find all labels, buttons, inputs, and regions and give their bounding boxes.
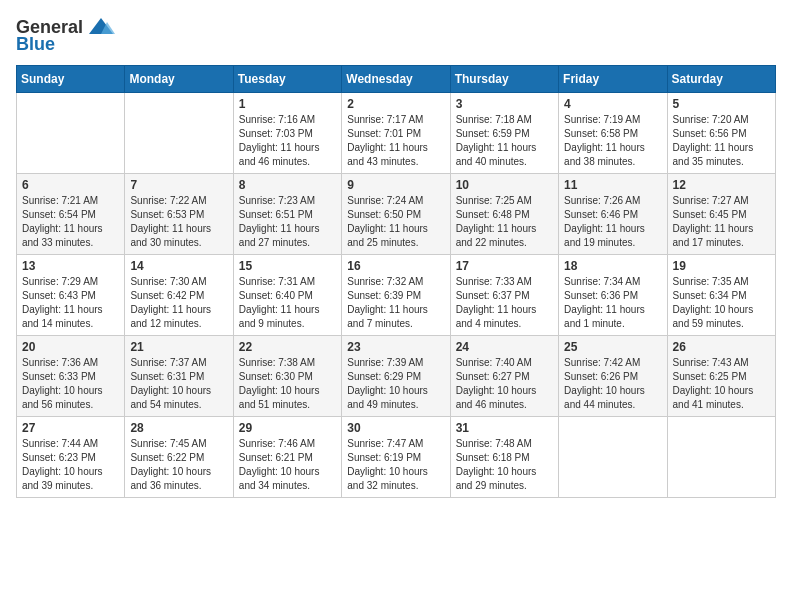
calendar-cell: 26Sunrise: 7:43 AM Sunset: 6:25 PM Dayli…: [667, 336, 775, 417]
day-info: Sunrise: 7:20 AM Sunset: 6:56 PM Dayligh…: [673, 113, 770, 169]
day-info: Sunrise: 7:25 AM Sunset: 6:48 PM Dayligh…: [456, 194, 553, 250]
day-info: Sunrise: 7:22 AM Sunset: 6:53 PM Dayligh…: [130, 194, 227, 250]
calendar-cell: 19Sunrise: 7:35 AM Sunset: 6:34 PM Dayli…: [667, 255, 775, 336]
day-info: Sunrise: 7:35 AM Sunset: 6:34 PM Dayligh…: [673, 275, 770, 331]
calendar-cell: 23Sunrise: 7:39 AM Sunset: 6:29 PM Dayli…: [342, 336, 450, 417]
calendar-cell: 24Sunrise: 7:40 AM Sunset: 6:27 PM Dayli…: [450, 336, 558, 417]
calendar-cell: 30Sunrise: 7:47 AM Sunset: 6:19 PM Dayli…: [342, 417, 450, 498]
calendar-cell: 29Sunrise: 7:46 AM Sunset: 6:21 PM Dayli…: [233, 417, 341, 498]
day-number: 4: [564, 97, 661, 111]
day-info: Sunrise: 7:30 AM Sunset: 6:42 PM Dayligh…: [130, 275, 227, 331]
day-info: Sunrise: 7:48 AM Sunset: 6:18 PM Dayligh…: [456, 437, 553, 493]
day-number: 11: [564, 178, 661, 192]
day-number: 5: [673, 97, 770, 111]
day-info: Sunrise: 7:23 AM Sunset: 6:51 PM Dayligh…: [239, 194, 336, 250]
header-thursday: Thursday: [450, 66, 558, 93]
day-info: Sunrise: 7:37 AM Sunset: 6:31 PM Dayligh…: [130, 356, 227, 412]
day-number: 29: [239, 421, 336, 435]
day-number: 6: [22, 178, 119, 192]
calendar-cell: [17, 93, 125, 174]
logo: General Blue: [16, 16, 115, 55]
day-info: Sunrise: 7:43 AM Sunset: 6:25 PM Dayligh…: [673, 356, 770, 412]
day-number: 13: [22, 259, 119, 273]
day-info: Sunrise: 7:26 AM Sunset: 6:46 PM Dayligh…: [564, 194, 661, 250]
day-number: 9: [347, 178, 444, 192]
calendar-cell: 4Sunrise: 7:19 AM Sunset: 6:58 PM Daylig…: [559, 93, 667, 174]
day-number: 1: [239, 97, 336, 111]
day-info: Sunrise: 7:21 AM Sunset: 6:54 PM Dayligh…: [22, 194, 119, 250]
calendar-cell: 1Sunrise: 7:16 AM Sunset: 7:03 PM Daylig…: [233, 93, 341, 174]
day-number: 22: [239, 340, 336, 354]
day-info: Sunrise: 7:36 AM Sunset: 6:33 PM Dayligh…: [22, 356, 119, 412]
day-info: Sunrise: 7:19 AM Sunset: 6:58 PM Dayligh…: [564, 113, 661, 169]
day-number: 31: [456, 421, 553, 435]
calendar-cell: 12Sunrise: 7:27 AM Sunset: 6:45 PM Dayli…: [667, 174, 775, 255]
calendar-cell: 25Sunrise: 7:42 AM Sunset: 6:26 PM Dayli…: [559, 336, 667, 417]
logo-blue-text: Blue: [16, 34, 55, 55]
header-tuesday: Tuesday: [233, 66, 341, 93]
week-row-1: 6Sunrise: 7:21 AM Sunset: 6:54 PM Daylig…: [17, 174, 776, 255]
calendar-cell: [559, 417, 667, 498]
day-info: Sunrise: 7:42 AM Sunset: 6:26 PM Dayligh…: [564, 356, 661, 412]
header-monday: Monday: [125, 66, 233, 93]
day-info: Sunrise: 7:31 AM Sunset: 6:40 PM Dayligh…: [239, 275, 336, 331]
week-row-3: 20Sunrise: 7:36 AM Sunset: 6:33 PM Dayli…: [17, 336, 776, 417]
calendar-cell: 6Sunrise: 7:21 AM Sunset: 6:54 PM Daylig…: [17, 174, 125, 255]
day-number: 15: [239, 259, 336, 273]
calendar-header-row: SundayMondayTuesdayWednesdayThursdayFrid…: [17, 66, 776, 93]
calendar-cell: 15Sunrise: 7:31 AM Sunset: 6:40 PM Dayli…: [233, 255, 341, 336]
calendar-cell: 18Sunrise: 7:34 AM Sunset: 6:36 PM Dayli…: [559, 255, 667, 336]
day-info: Sunrise: 7:47 AM Sunset: 6:19 PM Dayligh…: [347, 437, 444, 493]
calendar-cell: 2Sunrise: 7:17 AM Sunset: 7:01 PM Daylig…: [342, 93, 450, 174]
day-number: 23: [347, 340, 444, 354]
day-number: 19: [673, 259, 770, 273]
day-number: 26: [673, 340, 770, 354]
calendar-table: SundayMondayTuesdayWednesdayThursdayFrid…: [16, 65, 776, 498]
calendar-cell: [667, 417, 775, 498]
calendar-cell: 9Sunrise: 7:24 AM Sunset: 6:50 PM Daylig…: [342, 174, 450, 255]
calendar-cell: 3Sunrise: 7:18 AM Sunset: 6:59 PM Daylig…: [450, 93, 558, 174]
calendar-cell: 17Sunrise: 7:33 AM Sunset: 6:37 PM Dayli…: [450, 255, 558, 336]
header-sunday: Sunday: [17, 66, 125, 93]
day-number: 7: [130, 178, 227, 192]
calendar-cell: 13Sunrise: 7:29 AM Sunset: 6:43 PM Dayli…: [17, 255, 125, 336]
calendar-cell: 11Sunrise: 7:26 AM Sunset: 6:46 PM Dayli…: [559, 174, 667, 255]
day-number: 10: [456, 178, 553, 192]
day-number: 2: [347, 97, 444, 111]
day-info: Sunrise: 7:44 AM Sunset: 6:23 PM Dayligh…: [22, 437, 119, 493]
day-info: Sunrise: 7:46 AM Sunset: 6:21 PM Dayligh…: [239, 437, 336, 493]
week-row-0: 1Sunrise: 7:16 AM Sunset: 7:03 PM Daylig…: [17, 93, 776, 174]
calendar-cell: 8Sunrise: 7:23 AM Sunset: 6:51 PM Daylig…: [233, 174, 341, 255]
day-info: Sunrise: 7:24 AM Sunset: 6:50 PM Dayligh…: [347, 194, 444, 250]
day-info: Sunrise: 7:39 AM Sunset: 6:29 PM Dayligh…: [347, 356, 444, 412]
day-info: Sunrise: 7:18 AM Sunset: 6:59 PM Dayligh…: [456, 113, 553, 169]
day-info: Sunrise: 7:27 AM Sunset: 6:45 PM Dayligh…: [673, 194, 770, 250]
calendar-cell: [125, 93, 233, 174]
day-number: 30: [347, 421, 444, 435]
week-row-2: 13Sunrise: 7:29 AM Sunset: 6:43 PM Dayli…: [17, 255, 776, 336]
calendar-cell: 28Sunrise: 7:45 AM Sunset: 6:22 PM Dayli…: [125, 417, 233, 498]
day-number: 17: [456, 259, 553, 273]
day-info: Sunrise: 7:16 AM Sunset: 7:03 PM Dayligh…: [239, 113, 336, 169]
header-wednesday: Wednesday: [342, 66, 450, 93]
day-info: Sunrise: 7:32 AM Sunset: 6:39 PM Dayligh…: [347, 275, 444, 331]
calendar-cell: 22Sunrise: 7:38 AM Sunset: 6:30 PM Dayli…: [233, 336, 341, 417]
calendar-cell: 7Sunrise: 7:22 AM Sunset: 6:53 PM Daylig…: [125, 174, 233, 255]
calendar-cell: 5Sunrise: 7:20 AM Sunset: 6:56 PM Daylig…: [667, 93, 775, 174]
week-row-4: 27Sunrise: 7:44 AM Sunset: 6:23 PM Dayli…: [17, 417, 776, 498]
day-number: 20: [22, 340, 119, 354]
calendar-cell: 21Sunrise: 7:37 AM Sunset: 6:31 PM Dayli…: [125, 336, 233, 417]
day-number: 27: [22, 421, 119, 435]
calendar-cell: 31Sunrise: 7:48 AM Sunset: 6:18 PM Dayli…: [450, 417, 558, 498]
calendar-cell: 20Sunrise: 7:36 AM Sunset: 6:33 PM Dayli…: [17, 336, 125, 417]
calendar-cell: 27Sunrise: 7:44 AM Sunset: 6:23 PM Dayli…: [17, 417, 125, 498]
day-number: 21: [130, 340, 227, 354]
day-info: Sunrise: 7:40 AM Sunset: 6:27 PM Dayligh…: [456, 356, 553, 412]
calendar-cell: 14Sunrise: 7:30 AM Sunset: 6:42 PM Dayli…: [125, 255, 233, 336]
day-number: 24: [456, 340, 553, 354]
calendar-cell: 10Sunrise: 7:25 AM Sunset: 6:48 PM Dayli…: [450, 174, 558, 255]
header-saturday: Saturday: [667, 66, 775, 93]
header-friday: Friday: [559, 66, 667, 93]
day-number: 28: [130, 421, 227, 435]
calendar-cell: 16Sunrise: 7:32 AM Sunset: 6:39 PM Dayli…: [342, 255, 450, 336]
